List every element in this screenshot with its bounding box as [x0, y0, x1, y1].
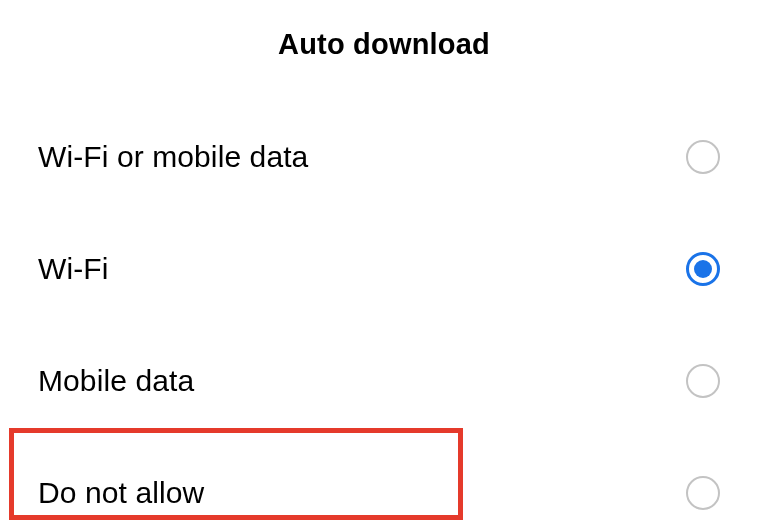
settings-panel: Auto download Wi-Fi or mobile data Wi-Fi… — [0, 0, 768, 528]
radio-icon-selected — [686, 252, 720, 286]
option-wifi-or-mobile[interactable]: Wi-Fi or mobile data — [0, 101, 768, 213]
option-label: Wi-Fi or mobile data — [38, 140, 308, 174]
radio-icon — [686, 364, 720, 398]
option-label: Mobile data — [38, 364, 194, 398]
radio-icon — [686, 140, 720, 174]
option-label: Wi-Fi — [38, 252, 108, 286]
option-mobile-data[interactable]: Mobile data — [0, 325, 768, 437]
option-do-not-allow[interactable]: Do not allow — [0, 437, 768, 528]
page-title: Auto download — [0, 0, 768, 101]
option-wifi[interactable]: Wi-Fi — [0, 213, 768, 325]
option-label: Do not allow — [38, 476, 204, 510]
radio-icon — [686, 476, 720, 510]
